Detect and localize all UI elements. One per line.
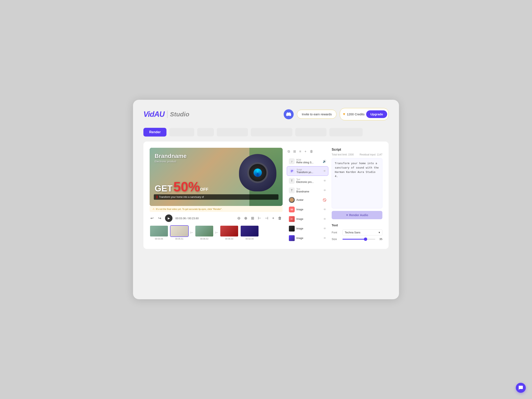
zoom-out-button[interactable]: ⊖	[236, 215, 241, 221]
tab-2[interactable]	[197, 128, 214, 136]
timeline-item-4[interactable]: 00:06.50	[220, 225, 239, 240]
script-panel: Script Total text limit: 1500 Residual i…	[332, 148, 382, 243]
timeline-item-5[interactable]: 00:02.00	[240, 225, 259, 240]
layer-image-gradient[interactable]: Image 👁	[287, 234, 328, 243]
image50-eye-icon[interactable]: 👁	[323, 208, 326, 211]
timeline-thumb-4	[220, 225, 239, 237]
layer-avatar-name: Avatar	[296, 198, 321, 201]
split-button[interactable]: ⊢	[257, 215, 262, 221]
layer-image-brush[interactable]: ✏ Image 👁	[287, 215, 328, 224]
layer-image-50[interactable]: 50 Image 👁	[287, 205, 328, 214]
redo-button[interactable]: ↪	[157, 215, 162, 221]
layer-avatar[interactable]: Avatar 🚫	[287, 195, 328, 204]
timeline-time-2: 00:05.51	[175, 238, 184, 240]
text1-eye-icon[interactable]: 👁	[323, 179, 326, 183]
timeline-thumb-3	[195, 225, 214, 237]
discount-area: GET 50% OFF	[155, 180, 208, 193]
layer-text-1[interactable]: T Text Electronic pro... 👁	[287, 176, 328, 185]
tab-1[interactable]	[169, 128, 194, 136]
script-meta: Total text limit: 1500 Residual input: 1…	[332, 153, 382, 156]
layer-text2-info: Text Brandname	[296, 188, 322, 193]
avatar-icon	[289, 197, 295, 203]
image-gradient-icon	[289, 235, 295, 241]
timeline-item-1[interactable]: 00:03.06	[150, 225, 168, 240]
size-slider-container: 35	[342, 238, 382, 241]
delete-clip-button[interactable]: 🗑	[277, 215, 283, 221]
render-audio-button[interactable]: ✦ Render Audio	[332, 211, 382, 219]
logo-area: VidAU Studio	[143, 110, 189, 119]
imagebrush-eye-icon[interactable]: 👁	[323, 217, 326, 221]
add-layer-button[interactable]: +	[304, 149, 307, 154]
size-row: Size 35	[332, 238, 382, 241]
credits-area: ♥ 1200 Credits Upgrade	[340, 108, 389, 120]
residual-input: Residual input: 1147	[360, 153, 382, 156]
add-clip-button[interactable]: +	[271, 215, 275, 221]
layer-imagebrush-name: Image	[296, 218, 322, 221]
layer-bgm[interactable]: ♪ BGM Refre shing S... 🔊	[287, 157, 328, 166]
caption-text: Transform your home into a sanctuary of	[157, 196, 276, 198]
caption-bar: Transform your home into a sanctuary of	[154, 194, 279, 200]
split-icon-2: ⊢	[215, 231, 218, 235]
current-time: 00:03.06	[175, 217, 186, 220]
product-name: Electronic product	[155, 160, 278, 163]
layer-script-name: Transform yo...	[297, 171, 322, 174]
bgm-icon: ♪	[289, 158, 295, 164]
text-limit: Total text limit: 1500	[332, 153, 354, 156]
tab-5[interactable]	[295, 128, 326, 136]
tab-3[interactable]	[217, 128, 248, 136]
split-icon-1: ⊢	[190, 231, 193, 235]
script-textarea[interactable]: Transform your home into a sanctuary of …	[332, 158, 382, 209]
avatar-eye-icon[interactable]: 🚫	[323, 198, 326, 202]
timeline-item-3[interactable]: 00:06.53	[195, 225, 214, 240]
layer-text1-info: Text Electronic pro...	[296, 178, 322, 184]
layers-panel: ⧉ ⊞ ≡ + 🗑 ♪ BGM Refre shing S... 🔊	[287, 148, 328, 243]
fit-button[interactable]: ⊞	[250, 215, 255, 221]
text-props-title: Text	[332, 223, 382, 227]
bgm-volume-icon[interactable]: 🔊	[323, 160, 326, 163]
brand-name: Brandname	[155, 153, 278, 159]
imagedark-eye-icon[interactable]: 👁	[323, 227, 326, 230]
slider-thumb	[364, 238, 367, 241]
warning-icon: ⚠	[152, 208, 155, 210]
chat-fab-button[interactable]	[516, 383, 526, 393]
image50-icon: 50	[289, 207, 295, 212]
layer-imagedark-info: Image	[296, 227, 322, 230]
invite-button[interactable]: Invite to earn rewards	[297, 110, 336, 119]
undo-button[interactable]: ↩	[150, 215, 154, 221]
discord-button[interactable]	[284, 109, 294, 119]
font-value: Techna Sans	[345, 231, 360, 234]
layer-image50-name: Image	[296, 208, 322, 211]
tab-4[interactable]	[251, 128, 292, 136]
video-background: Brandname Electronic product GET 50% OFF…	[150, 148, 283, 206]
text2-eye-icon[interactable]: 👁	[323, 189, 326, 192]
right-panel: ⧉ ⊞ ≡ + 🗑 ♪ BGM Refre shing S... 🔊	[287, 148, 382, 243]
toolbar-tabs: Render	[143, 128, 389, 137]
layer-image-dark[interactable]: Image 👁	[287, 224, 328, 233]
logo-divider	[167, 111, 167, 118]
upgrade-button[interactable]: Upgrade	[366, 110, 387, 118]
layer-script[interactable]: Script Transform yo... 👁	[287, 166, 328, 176]
zoom-in-button[interactable]: ⊕	[243, 215, 248, 221]
delete-layer-button[interactable]: 🗑	[309, 149, 314, 154]
layer-text1-name: Electronic pro...	[296, 181, 322, 184]
time-display: 00:03.06 / 00:23.60	[175, 217, 199, 220]
header-actions: Invite to earn rewards ♥ 1200 Credits Up…	[284, 108, 389, 120]
layer-text-2[interactable]: T Text Brandname 👁	[287, 186, 328, 195]
video-preview: Brandname Electronic product GET 50% OFF…	[150, 148, 283, 206]
tab-6[interactable]	[329, 128, 363, 136]
font-select[interactable]: Techna Sans ▾	[342, 229, 382, 235]
align-layer-button[interactable]: ⊞	[292, 149, 297, 154]
copy-layer-button[interactable]: ⧉	[287, 149, 291, 154]
script-eye-icon[interactable]: 👁	[323, 169, 326, 173]
layer-text1-type: Text	[296, 178, 322, 181]
play-button[interactable]: ▶	[165, 215, 172, 222]
arrange-layer-button[interactable]: ≡	[298, 149, 302, 154]
size-slider[interactable]	[342, 239, 375, 240]
script-title: Script	[332, 148, 382, 152]
script-icon	[289, 168, 295, 174]
timeline: 00:03.06 00:05.51 ⊢ 00:06.53 ⊢	[150, 225, 283, 240]
extend-button[interactable]: ⊣	[264, 215, 269, 221]
timeline-item-2[interactable]: 00:05.51	[170, 225, 189, 240]
render-button[interactable]: Render	[143, 128, 166, 137]
imagegradient-eye-icon[interactable]: 👁	[323, 236, 326, 240]
